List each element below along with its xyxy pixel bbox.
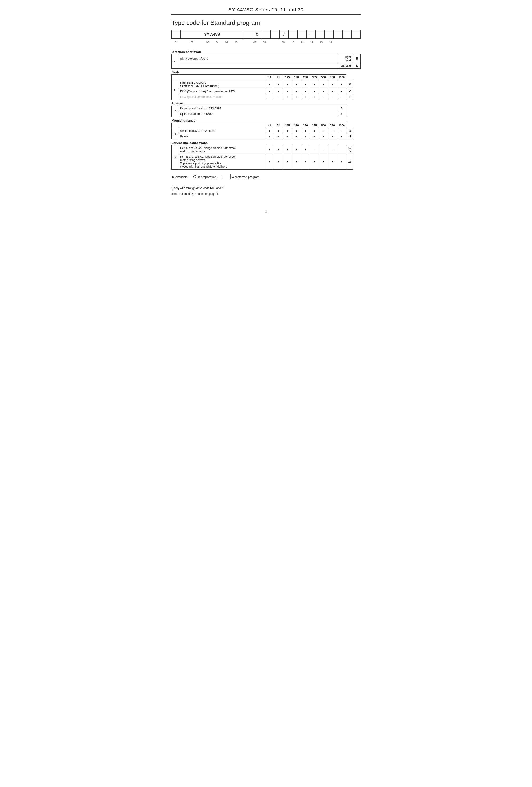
shaft-code-Z: Z	[337, 111, 346, 117]
mounting-8hole-desc: 8-hole	[178, 134, 265, 139]
service-13-desc: Port B and S: SAE flange on side, 90° of…	[178, 145, 265, 154]
seals-row-V: FKM (Fluoro-rubber) / for operation on H…	[172, 89, 361, 94]
legend-available: ● available	[171, 174, 188, 179]
seals-hfc-desc: HFC-special performance version	[178, 94, 265, 100]
preparation-dot: O	[193, 175, 196, 179]
mounting-row-H: 8-hole – – – – – – ● ● ● H	[172, 134, 361, 139]
seals-nbr-desc: NBR (Nitrile-rubber),Shaft seal FKM (Flu…	[178, 80, 265, 89]
service-row-13: 12 Port B and S: SAE flange on side, 90°…	[172, 145, 361, 154]
mounting-code-H: H	[346, 134, 354, 139]
preparation-label: in preparation	[198, 175, 217, 179]
dir-rotation-desc: with view on shaft end	[178, 55, 337, 63]
page-title: SY-A4VSO Series 10, 11 and 30	[171, 7, 361, 15]
dir-rotation-row1: 08 with view on shaft end right hand R	[172, 55, 361, 63]
page-number: 3	[171, 210, 361, 213]
mounting-code-B: B	[346, 128, 354, 134]
dir-rotation-header: Direction of rotation	[172, 48, 361, 55]
dir-left-hand: left hand	[337, 63, 354, 68]
seals-code-V: V	[346, 89, 354, 94]
shaft-row-P: 10 Keyed parallel shaft to DIN 6885 P	[172, 106, 361, 111]
seals-header: Seals	[172, 68, 361, 75]
footnote-1: ¹) only with through drive code N00 and …	[171, 187, 361, 190]
seals-code-P: P	[346, 80, 354, 89]
row-num-09: 09	[172, 80, 178, 100]
available-dot: ●	[171, 174, 174, 179]
type-code-table: SY-A4VS O / –	[171, 30, 361, 39]
service-25-desc: Port B and S: SAE flange on side, 90° of…	[178, 154, 265, 170]
dir-rotation-row2: left hand L	[172, 63, 361, 68]
preferred-label: = preferred program	[232, 175, 259, 179]
seals-code-F: F	[346, 94, 354, 100]
service-line-header: Service line connections	[172, 139, 361, 145]
seals-row-F: HFC-special performance version – – ○ ○ …	[172, 94, 361, 100]
seals-size-row: 40 71 125 180 250 355 500 750 1000	[172, 75, 361, 80]
service-row-25: Port B and S: SAE flange on side, 90° of…	[172, 154, 361, 170]
dir-code-R: R	[354, 55, 361, 63]
type-code-numbers: 01 02 03 04 05 06 07 08 09 10 11 12 13 1…	[171, 40, 336, 45]
row-num-10: 10	[172, 106, 178, 117]
service-code-13: 13 ¹)	[346, 145, 354, 154]
shaft-code-P: P	[337, 106, 346, 111]
legend-preparation: O in preparation	[193, 175, 216, 179]
shaft-end-header: Shaft end	[172, 100, 361, 106]
mounting-iso-desc: similar to ISO 3019-2 metric	[178, 128, 265, 134]
service-code-25: 25	[346, 154, 354, 170]
mounting-row-B: 11 similar to ISO 3019-2 metric ● ● ● ● …	[172, 128, 361, 134]
shaft-keyed-desc: Keyed parallel shaft to DIN 6885	[178, 106, 337, 111]
available-label: available	[175, 175, 188, 179]
dir-code-L: L	[354, 63, 361, 68]
spec-table: Direction of rotation 08 with view on sh…	[171, 48, 361, 170]
preferred-box	[222, 174, 231, 179]
footnote-2: continuation of type code see page 4	[171, 192, 361, 195]
dir-right-hand: right hand	[337, 55, 354, 63]
mounting-header: Mounting flange	[172, 117, 361, 123]
legend-preferred: = preferred program	[222, 174, 259, 179]
shaft-splined-desc: Splined shaft to DIN 5480	[178, 111, 337, 117]
mounting-size-row: 40 71 125 180 250 355 500 750 1000	[172, 123, 361, 128]
section-title: Type code for Standard program	[171, 19, 361, 26]
shaft-row-Z: Splined shaft to DIN 5480 Z	[172, 111, 361, 117]
row-num-12: 12	[172, 145, 178, 170]
row-num-11: 11	[172, 128, 178, 139]
row-num-08: 08	[172, 55, 178, 68]
seals-fkm-desc: FKM (Fluoro-rubber) / for operation on H…	[178, 89, 265, 94]
seals-row-P: 09 NBR (Nitrile-rubber),Shaft seal FKM (…	[172, 80, 361, 89]
legend: ● available O in preparation = preferred…	[171, 174, 361, 179]
